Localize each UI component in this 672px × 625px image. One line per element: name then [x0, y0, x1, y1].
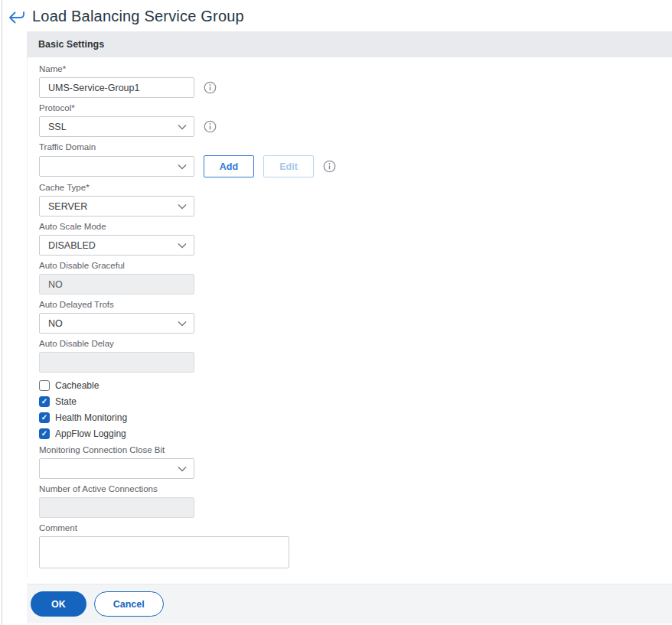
info-icon[interactable]: [204, 81, 217, 94]
name-input[interactable]: [39, 77, 194, 98]
section-header: Basic Settings: [27, 31, 672, 57]
check-mark-icon: ✓: [41, 430, 47, 438]
field-traffic-domain: Traffic Domain Add Edit: [39, 142, 672, 177]
checkbox-label: Cacheable: [55, 380, 99, 391]
number-of-active-connections-label: Number of Active Connections: [39, 483, 672, 494]
field-cache-type: Cache Type* SERVER: [39, 182, 672, 216]
cache-type-label: Cache Type*: [39, 182, 672, 193]
field-protocol: Protocol* SSL: [39, 103, 672, 137]
checkbox-group: ✓ Cacheable ✓ State ✓ Health Monitoring …: [39, 380, 672, 439]
auto-delayed-trofs-select[interactable]: NO: [39, 313, 194, 334]
panel-body: Name* Protocol* SSL: [27, 57, 672, 578]
comment-label: Comment: [39, 522, 672, 533]
monitoring-connection-close-bit-select[interactable]: [39, 458, 194, 479]
cache-type-select-value: SERVER: [48, 201, 87, 212]
add-button[interactable]: Add: [204, 155, 254, 177]
auto-disable-delay-input: [39, 352, 194, 373]
field-comment: Comment: [39, 522, 672, 571]
checkbox-state[interactable]: ✓ State: [39, 396, 672, 407]
basic-settings-panel: Basic Settings Name* Protocol* SSL: [27, 31, 672, 623]
checkbox-appflow-logging[interactable]: ✓ AppFlow Logging: [39, 428, 672, 439]
checkbox-icon[interactable]: ✓: [39, 428, 50, 439]
section-title: Basic Settings: [38, 39, 104, 50]
checkbox-label: Health Monitoring: [55, 412, 127, 423]
chevron-down-icon: [178, 124, 187, 130]
back-arrow-icon: [8, 10, 25, 24]
cancel-button[interactable]: Cancel: [94, 591, 164, 617]
check-mark-icon: ✓: [41, 414, 47, 422]
checkbox-cacheable[interactable]: ✓ Cacheable: [39, 380, 672, 391]
auto-scale-mode-label: Auto Scale Mode: [39, 221, 672, 232]
chevron-down-icon: [178, 203, 187, 210]
info-icon[interactable]: [323, 160, 336, 173]
chevron-down-icon: [178, 466, 187, 472]
checkbox-label: State: [55, 396, 77, 407]
protocol-select-value: SSL: [48, 122, 67, 132]
auto-disable-delay-label: Auto Disable Delay: [39, 338, 672, 349]
checkbox-icon[interactable]: ✓: [39, 380, 50, 391]
traffic-domain-label: Traffic Domain: [39, 142, 672, 152]
auto-scale-mode-select-value: DISABLED: [48, 240, 96, 251]
comment-textarea[interactable]: [39, 536, 289, 568]
window-left-border: [2, 0, 2, 625]
auto-disable-graceful-input: [39, 274, 194, 295]
chevron-down-icon: [178, 321, 187, 327]
info-icon[interactable]: [204, 120, 217, 133]
checkbox-icon[interactable]: ✓: [39, 396, 50, 407]
ok-button[interactable]: OK: [31, 591, 86, 617]
field-auto-delayed-trofs: Auto Delayed Trofs NO: [39, 299, 672, 334]
name-label: Name*: [39, 63, 672, 74]
field-auto-disable-delay: Auto Disable Delay: [39, 338, 672, 373]
field-auto-scale-mode: Auto Scale Mode DISABLED: [39, 221, 672, 256]
protocol-label: Protocol*: [39, 103, 672, 113]
checkbox-label: AppFlow Logging: [55, 428, 126, 439]
check-mark-icon: ✓: [41, 398, 47, 405]
number-of-active-connections-input: [39, 497, 194, 518]
auto-disable-graceful-label: Auto Disable Graceful: [39, 260, 672, 271]
panel-footer: OK Cancel: [27, 584, 672, 623]
checkbox-icon[interactable]: ✓: [39, 412, 50, 423]
auto-delayed-trofs-select-value: NO: [48, 318, 63, 329]
traffic-domain-select[interactable]: [39, 156, 194, 177]
back-button[interactable]: [8, 10, 25, 24]
field-monitoring-connection-close-bit: Monitoring Connection Close Bit: [39, 444, 672, 479]
chevron-down-icon: [178, 164, 187, 170]
monitoring-connection-close-bit-label: Monitoring Connection Close Bit: [39, 444, 672, 455]
cache-type-select[interactable]: SERVER: [39, 196, 194, 216]
edit-button[interactable]: Edit: [263, 155, 314, 177]
checkbox-health-monitoring[interactable]: ✓ Health Monitoring: [39, 412, 672, 423]
chevron-down-icon: [178, 243, 187, 249]
page-title: Load Balancing Service Group: [32, 8, 244, 25]
protocol-select[interactable]: SSL: [39, 116, 194, 137]
field-auto-disable-graceful: Auto Disable Graceful: [39, 260, 672, 295]
field-name: Name*: [39, 63, 672, 98]
auto-delayed-trofs-label: Auto Delayed Trofs: [39, 299, 672, 310]
auto-scale-mode-select[interactable]: DISABLED: [39, 235, 194, 256]
field-number-of-active-connections: Number of Active Connections: [39, 483, 672, 518]
page-header: Load Balancing Service Group: [0, 0, 672, 22]
